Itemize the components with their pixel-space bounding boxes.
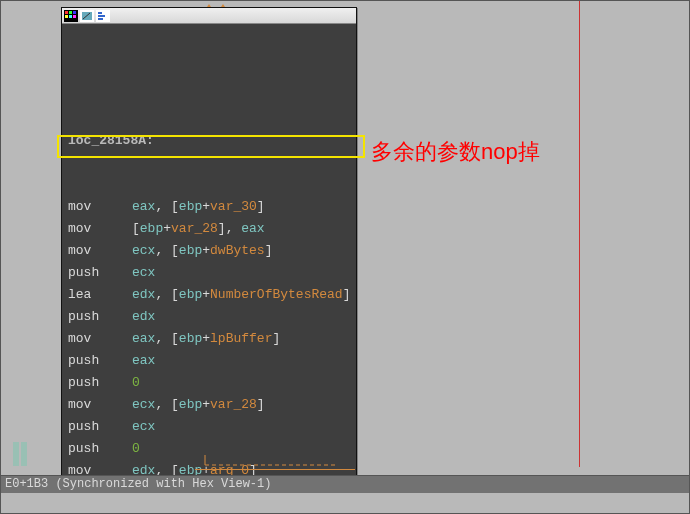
punct: , [226, 221, 242, 236]
status-text: E0+1B3 (Synchronized with Hex View-1) [5, 477, 271, 491]
mnemonic: push [68, 350, 132, 372]
bottom-gap [1, 493, 689, 513]
punct: + [202, 287, 210, 302]
asm-line[interactable]: pushedx [68, 306, 350, 328]
mnemonic: mov [68, 328, 132, 350]
register: ebp [179, 331, 202, 346]
svg-rect-4 [69, 11, 72, 14]
svg-rect-13 [98, 12, 102, 14]
punct: [ [171, 397, 179, 412]
punct: + [163, 221, 171, 236]
asm-line[interactable]: pushecx [68, 416, 350, 438]
block-titlebar[interactable] [62, 8, 356, 24]
register: ecx [132, 265, 155, 280]
register: eax [132, 331, 155, 346]
punct: ] [257, 199, 265, 214]
register: edx [132, 309, 155, 324]
asm-line[interactable]: push0 [68, 372, 350, 394]
punct: [ [171, 287, 179, 302]
register: eax [132, 353, 155, 368]
symbol: dwBytes [210, 243, 265, 258]
punct: ] [343, 287, 351, 302]
asm-line[interactable]: pushecx [68, 262, 350, 284]
immediate: 0 [132, 375, 140, 390]
register: eax [132, 199, 155, 214]
block-label: loc_28158A: [68, 130, 350, 152]
asm-line[interactable]: pusheax [68, 350, 350, 372]
svg-rect-5 [73, 11, 76, 14]
register: ecx [132, 419, 155, 434]
immediate: 0 [132, 441, 140, 456]
punct: + [202, 331, 210, 346]
punct: ] [218, 221, 226, 236]
decorative-bars [13, 442, 57, 466]
punct: + [202, 243, 210, 258]
punct: , [155, 331, 171, 346]
symbol: NumberOfBytesRead [210, 287, 343, 302]
mnemonic: push [68, 262, 132, 284]
edit-icon[interactable] [80, 10, 94, 22]
punct: , [155, 199, 171, 214]
punct: , [155, 397, 171, 412]
svg-rect-18 [195, 469, 355, 470]
punct: + [202, 397, 210, 412]
annotation-text: 多余的参数nop掉 [371, 137, 540, 167]
svg-rect-14 [98, 15, 105, 17]
mnemonic: push [68, 306, 132, 328]
symbol: var_28 [210, 397, 257, 412]
punct: + [202, 199, 210, 214]
register: ebp [179, 287, 202, 302]
mnemonic: push [68, 416, 132, 438]
punct: ] [272, 331, 280, 346]
punct: [ [171, 243, 179, 258]
mnemonic: mov [68, 240, 132, 262]
code-block-panel: loc_28158A: moveax, [ebp+var_30]mov[ebp+… [61, 7, 357, 514]
register: ebp [179, 199, 202, 214]
asm-line[interactable]: movecx, [ebp+dwBytes] [68, 240, 350, 262]
punct: , [155, 287, 171, 302]
mnemonic: lea [68, 284, 132, 306]
register: ecx [132, 243, 155, 258]
asm-line[interactable]: leaedx, [ebp+NumberOfBytesRead] [68, 284, 350, 306]
register: ebp [179, 397, 202, 412]
mnemonic: push [68, 372, 132, 394]
guide-line [579, 1, 580, 467]
register: edx [132, 287, 155, 302]
punct: [ [171, 199, 179, 214]
assembly-icon[interactable] [96, 10, 110, 22]
symbol: var_30 [210, 199, 257, 214]
asm-line[interactable]: movecx, [ebp+var_28] [68, 394, 350, 416]
asm-line[interactable]: mov[ebp+var_28], eax [68, 218, 350, 240]
mnemonic: mov [68, 196, 132, 218]
mnemonic: mov [68, 218, 132, 240]
palette-icon[interactable] [64, 10, 78, 22]
symbol: lpBuffer [210, 331, 272, 346]
svg-rect-15 [98, 18, 103, 20]
punct: , [155, 243, 171, 258]
svg-rect-3 [65, 11, 68, 14]
register: ebp [140, 221, 163, 236]
punct: ] [257, 397, 265, 412]
outgoing-edge [195, 455, 355, 475]
punct: [ [171, 331, 179, 346]
svg-rect-7 [69, 15, 72, 18]
punct: [ [132, 221, 140, 236]
status-bar: E0+1B3 (Synchronized with Hex View-1) [1, 475, 689, 493]
asm-line[interactable]: moveax, [ebp+lpBuffer] [68, 328, 350, 350]
mnemonic: push [68, 438, 132, 460]
mnemonic: mov [68, 394, 132, 416]
disassembly-body[interactable]: loc_28158A: moveax, [ebp+var_30]mov[ebp+… [62, 24, 356, 514]
symbol: var_28 [171, 221, 218, 236]
asm-line[interactable]: moveax, [ebp+var_30] [68, 196, 350, 218]
register: ebp [179, 243, 202, 258]
register: ecx [132, 397, 155, 412]
punct: ] [265, 243, 273, 258]
svg-rect-8 [73, 15, 76, 18]
svg-rect-6 [65, 15, 68, 18]
register: eax [241, 221, 264, 236]
